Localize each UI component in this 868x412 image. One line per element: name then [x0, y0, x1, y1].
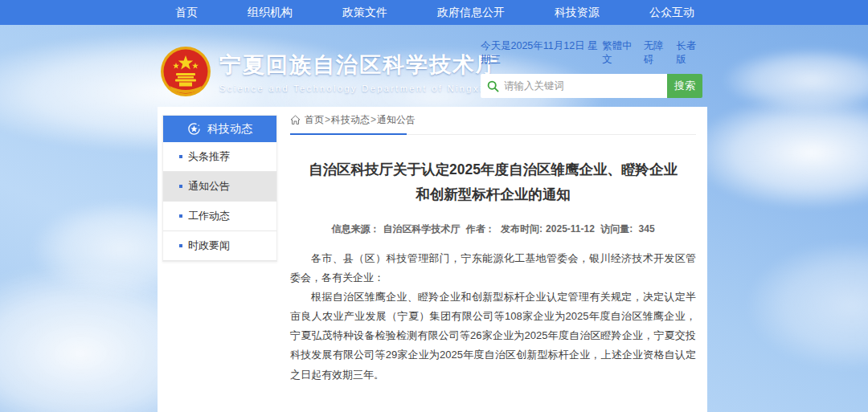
article-meta: 信息来源：自治区科学技术厅 作者： 发布时间:2025-11-12 访问量: 3…	[290, 222, 696, 236]
main-column: 首页>科技动态>通知公告 自治区科技厅关于认定2025年度自治区雏鹰企业、瞪羚企…	[290, 113, 696, 412]
sidebar-item[interactable]: 时政要闻	[163, 231, 276, 261]
quick-row: 今天是2025年11月12日 星期三 繁體中文无障碍长者版	[481, 39, 702, 67]
meta-source: 自治区科学技术厅	[383, 223, 460, 235]
cloud	[747, 241, 868, 369]
meta-author-label: 作者：	[466, 223, 495, 235]
breadcrumb-underline	[290, 133, 407, 135]
home-icon	[290, 115, 301, 125]
bullet-icon	[179, 244, 182, 247]
breadcrumb-link[interactable]: 科技动态	[331, 114, 370, 125]
breadcrumb-link[interactable]: 通知公告	[377, 114, 416, 125]
breadcrumb-items: 首页>科技动态>通知公告	[305, 113, 416, 127]
current-date: 今天是2025年11月12日 星期三	[481, 39, 602, 67]
meta-visits: 345	[639, 223, 655, 235]
article-body: 各市、县（区）科技管理部门，宁东能源化工基地管委会，银川经济技术开发区管委会，各…	[290, 249, 696, 384]
quick-link[interactable]: 繁體中文	[602, 39, 637, 67]
search-input[interactable]	[504, 80, 661, 92]
search-box	[481, 74, 667, 98]
article-title: 自治区科技厅关于认定2025年度自治区雏鹰企业、瞪羚企业 和创新型标杆企业的通知	[290, 157, 696, 206]
sidebar-item-label: 工作动态	[188, 209, 230, 223]
search-row: 搜索	[481, 74, 702, 98]
site-title: 宁夏回族自治区科学技术厅	[219, 51, 499, 80]
bullet-icon	[179, 155, 182, 158]
breadcrumb: 首页>科技动态>通知公告	[290, 113, 696, 135]
breadcrumb-link[interactable]: 首页	[305, 114, 324, 125]
sidebar-item[interactable]: 工作动态	[163, 202, 276, 231]
bullet-icon	[179, 214, 182, 218]
cloud	[691, 96, 868, 209]
sidebar-item-label: 通知公告	[188, 179, 230, 194]
sidebar-item[interactable]: 通知公告	[163, 172, 276, 202]
sidebar-title: 科技动态	[207, 122, 252, 137]
sidebar-item-label: 头条推荐	[188, 149, 230, 164]
article-title-line1: 自治区科技厅关于认定2025年度自治区雏鹰企业、瞪羚企业	[309, 161, 678, 177]
breadcrumb-separator: >	[371, 114, 376, 125]
breadcrumb-separator: >	[325, 114, 330, 125]
nav-item[interactable]: 组织机构	[248, 6, 293, 20]
article-title-line2: 和创新型标杆企业的通知	[416, 186, 571, 202]
sidebar-item-label: 时政要闻	[188, 239, 230, 253]
site-subtitle: Science and Technology Department of Nin…	[219, 84, 499, 93]
search-button[interactable]: 搜索	[667, 74, 702, 98]
quick-link[interactable]: 长者版	[676, 39, 702, 67]
nav-item[interactable]: 政策文件	[342, 6, 387, 20]
article-paragraph: 各市、县（区）科技管理部门，宁东能源化工基地管委会，银川经济技术开发区管委会，各…	[290, 249, 696, 288]
national-emblem-icon	[160, 46, 211, 97]
nav-item[interactable]: 政府信息公开	[437, 6, 505, 20]
quick-link[interactable]: 无障碍	[644, 39, 670, 67]
bullet-icon	[179, 185, 182, 188]
content-wrapper: 科技动态 头条推荐 通知公告 工作动态	[158, 107, 707, 412]
sidebar-list: 头条推荐 通知公告 工作动态 时政要闻	[163, 142, 276, 261]
sidebar-item[interactable]: 头条推荐	[163, 142, 276, 172]
nav-item[interactable]: 科技资源	[555, 6, 600, 20]
meta-publish-date: 2025-11-12	[546, 223, 595, 235]
site-logo-link[interactable]: 宁夏回族自治区科学技术厅 Science and Technology Depa…	[160, 46, 499, 97]
meta-publish-label: 发布时间:	[501, 223, 542, 235]
meta-source-label: 信息来源：	[331, 223, 379, 235]
article-paragraph: 根据自治区雏鹰企业、瞪羚企业和创新型标杆企业认定管理有关规定，决定认定半亩良人农…	[290, 288, 696, 384]
tech-news-icon	[187, 122, 201, 136]
sidebar: 科技动态 头条推荐 通知公告 工作动态	[162, 115, 277, 262]
nav-item[interactable]: 首页	[175, 6, 198, 20]
header-right: 今天是2025年11月12日 星期三 繁體中文无障碍长者版 搜索	[481, 39, 702, 98]
quick-links: 繁體中文无障碍长者版	[602, 39, 702, 67]
nav-list: 首页组织机构政策文件政府信息公开科技资源公众互动	[0, 0, 868, 25]
sidebar-header: 科技动态	[163, 116, 276, 142]
nav-item[interactable]: 公众互动	[649, 6, 694, 20]
search-icon	[487, 80, 499, 92]
meta-visits-label: 访问量:	[600, 223, 633, 235]
site-titles: 宁夏回族自治区科学技术厅 Science and Technology Depa…	[219, 51, 499, 93]
site-header: 宁夏回族自治区科学技术厅 Science and Technology Depa…	[0, 25, 868, 107]
page: 首页组织机构政策文件政府信息公开科技资源公众互动 宁夏回族自治区科学技术厅 Sc…	[0, 0, 868, 412]
top-navigation: 首页组织机构政策文件政府信息公开科技资源公众互动	[0, 0, 868, 25]
